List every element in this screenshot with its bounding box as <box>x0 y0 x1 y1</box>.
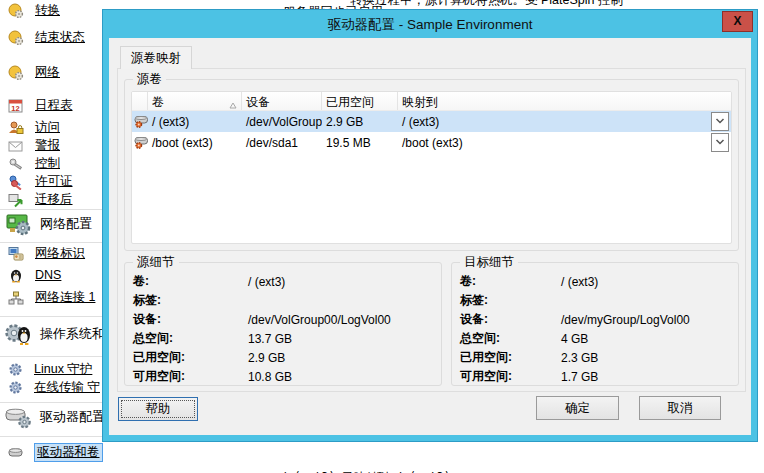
field-label: 设备: <box>460 311 561 328</box>
network-connection-icon <box>8 290 24 306</box>
access-user-icon <box>8 120 24 136</box>
column-header-used-space[interactable]: 已用空间 <box>322 92 398 110</box>
sidebar-section-drive-config[interactable]: 驱动器配置 <box>5 404 105 430</box>
mapping-summary-text: / (ext3) 已映射到 / (ext3) /boot (ext3) 已映射到… <box>280 442 506 473</box>
post-migration-icon <box>8 192 24 208</box>
cell-used-space: 19.5 MB <box>322 136 398 150</box>
sidebar-item-label: 网络连接 1 <box>35 289 95 306</box>
sidebar-item-label: 日程表 <box>35 97 73 114</box>
field-value: 13.7 GB <box>248 332 292 346</box>
field-label: 可用空间: <box>133 368 248 385</box>
drive-configuration-dialog: 驱动器配置 - Sample Environment X 源卷映射 源卷 卷 <box>103 10 757 441</box>
cancel-button[interactable]: 取消 <box>639 396 721 420</box>
column-header-icon[interactable] <box>132 92 148 110</box>
column-header-mapped-to[interactable]: 映射到 <box>398 92 731 110</box>
schedule-calendar-icon: 12 <box>8 98 24 114</box>
app-window: 转换过程中，源计算机将热机。受 PlateSpin 控制 服务器同步已启用 / … <box>0 0 764 473</box>
sidebar-item-label: 在线传输 守 <box>34 379 100 396</box>
sidebar-item-linux-daemon[interactable]: Linux 守护 <box>8 361 92 378</box>
sidebar-item-label: 迁移后 <box>35 191 73 208</box>
field-label: 设备: <box>133 311 248 328</box>
sidebar-section-label: 网络配置 <box>40 215 92 233</box>
sidebar-section-label: 操作系统和 <box>40 325 105 343</box>
table-header-row: 卷 设备 已用空间 映射到 <box>132 92 731 111</box>
field-value: 2.9 GB <box>248 351 285 365</box>
sidebar-item-end-state[interactable]: 结束状态 <box>8 29 85 46</box>
sidebar-item-live-transfer[interactable]: 在线传输 守 <box>8 379 100 396</box>
drives-volumes-icon <box>8 445 24 460</box>
sidebar-item-drives-and-volumes[interactable]: 驱动器和卷 <box>8 444 102 461</box>
sidebar-item-label: 警报 <box>35 137 60 154</box>
field-value: 1.7 GB <box>561 370 598 384</box>
sidebar-item-convert[interactable]: 转换 <box>8 2 60 19</box>
sidebar-item-network-connection[interactable]: 网络连接 1 <box>8 289 95 306</box>
field-label: 总空间: <box>460 330 561 347</box>
field-value: 10.8 GB <box>248 370 292 384</box>
svg-text:12: 12 <box>11 103 19 112</box>
sidebar-divider <box>0 242 103 243</box>
sidebar-item-alerts[interactable]: 警报 <box>8 137 60 154</box>
mapped-volume-dropdown[interactable] <box>711 133 729 152</box>
field-value: /dev/myGroup/LogVol00 <box>561 313 690 327</box>
sidebar-section-operating-system[interactable]: 操作系统和 <box>5 320 105 347</box>
mapped-volume-dropdown[interactable] <box>711 112 729 131</box>
sidebar-item-label: 结束状态 <box>35 29 85 46</box>
network-icon <box>8 65 24 81</box>
cell-volume: /boot (ext3) <box>148 136 242 150</box>
sidebar-item-label: 访问 <box>35 119 60 136</box>
sidebar-item-label: 许可证 <box>35 173 73 190</box>
license-keys-icon <box>8 174 24 190</box>
sidebar-item-label: Linux 守护 <box>34 361 92 378</box>
sidebar-divider <box>0 402 103 403</box>
help-button[interactable]: 帮助 <box>118 397 198 421</box>
field-label: 标签: <box>133 292 248 309</box>
drive-config-icon <box>5 404 32 430</box>
end-state-icon <box>8 30 24 46</box>
close-icon[interactable]: X <box>722 11 753 32</box>
sidebar-section-network-config[interactable]: 网络配置 <box>5 211 92 237</box>
sidebar-item-label: 控制 <box>35 155 60 172</box>
sidebar-item-post-migration[interactable]: 迁移后 <box>8 191 73 208</box>
source-details-group: 源细节 卷:/ (ext3) 标签: 设备:/dev/VolGroup00/Lo… <box>124 262 442 386</box>
cell-volume: / (ext3) <box>148 115 242 129</box>
column-header-device[interactable]: 设备 <box>242 92 322 110</box>
source-details-group-label: 源细节 <box>133 255 179 270</box>
os-penguin-gear-icon <box>5 320 32 347</box>
background-text-top: 转换过程中，源计算机将热机。受 PlateSpin 控制 <box>350 0 623 9</box>
sidebar-item-control[interactable]: 控制 <box>8 155 60 172</box>
source-volumes-group-label: 源卷 <box>133 72 166 87</box>
sidebar-item-dns[interactable]: DNS <box>8 267 61 283</box>
sidebar-item-access[interactable]: 访问 <box>8 119 60 136</box>
field-label: 可用空间: <box>460 368 561 385</box>
sidebar-item-license[interactable]: 许可证 <box>8 173 73 190</box>
dns-penguin-icon <box>8 267 24 283</box>
table-row[interactable]: /boot (ext3) /dev/sda1 19.5 MB /boot (ex… <box>132 132 731 153</box>
field-label: 已用空间: <box>133 349 248 366</box>
tab-source-volume-mapping[interactable]: 源卷映射 <box>120 46 192 69</box>
table-row[interactable]: / (ext3) /dev/VolGroup00... 2.9 GB / (ex… <box>132 111 731 132</box>
volume-disk-icon <box>132 135 148 150</box>
ok-button[interactable]: 确定 <box>536 396 619 420</box>
volume-disk-icon <box>132 114 148 129</box>
sidebar-item-network-identity[interactable]: 网络标识 <box>8 245 85 262</box>
cell-used-space: 2.9 GB <box>322 115 398 129</box>
sidebar-divider <box>0 436 103 437</box>
sidebar-divider <box>0 356 103 357</box>
sidebar-item-label: 网络 <box>35 64 60 81</box>
sidebar-section-label: 驱动器配置 <box>40 408 105 426</box>
dialog-body: 源卷映射 源卷 卷 设备 已用空间 映 <box>109 38 751 435</box>
sidebar-item-label: 转换 <box>35 2 60 19</box>
sidebar-divider <box>0 209 103 210</box>
source-volumes-group: 源卷 卷 设备 已用空间 映射到 <box>124 79 739 251</box>
column-header-volume[interactable]: 卷 <box>148 92 242 110</box>
sidebar-item-schedule[interactable]: 12 日程表 <box>8 97 73 114</box>
sidebar-item-label: DNS <box>35 268 61 282</box>
control-key-icon <box>8 156 24 172</box>
field-value: / (ext3) <box>561 275 598 289</box>
field-value: /dev/VolGroup00/LogVol00 <box>248 313 391 327</box>
sidebar-item-network[interactable]: 网络 <box>8 64 60 81</box>
sidebar-item-label: 网络标识 <box>35 245 85 262</box>
network-identity-icon <box>8 246 24 262</box>
target-details-group-label: 目标细节 <box>460 255 518 270</box>
cell-device: /dev/VolGroup00... <box>242 115 322 129</box>
